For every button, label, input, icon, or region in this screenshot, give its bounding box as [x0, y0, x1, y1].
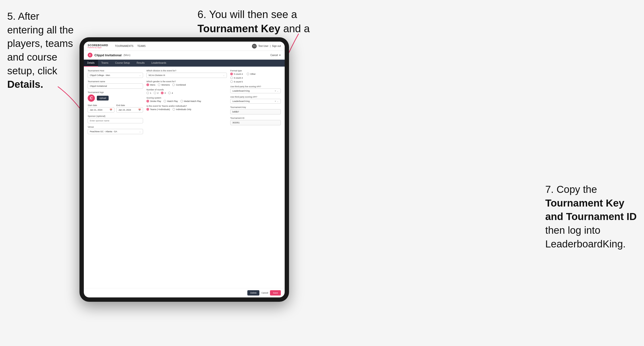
format-other[interactable]: Other: [246, 73, 256, 75]
api-scoring-label: Use third-party scoring API?: [230, 96, 281, 98]
nav-right: TU Test User | Sign out: [252, 44, 281, 49]
format-6count4[interactable]: 6 count 4: [230, 76, 243, 79]
gender-combined-label: Combined: [176, 84, 186, 86]
tab-results[interactable]: Results: [133, 60, 148, 67]
brand-sub: Powered by clippd: [88, 47, 108, 48]
tablet-screen: SCOREBOARD Powered by clippd TOURNAMENTS…: [84, 42, 285, 297]
division-arrow: ⌄: [223, 74, 225, 76]
venue-select[interactable]: Peachtree GC - Atlanta - GA ⌄: [88, 129, 143, 134]
venue-dropdown-arrow: ⌄: [139, 131, 141, 133]
format-5count4[interactable]: 5 count 4: [230, 73, 243, 75]
tournament-host-label: Tournament Host: [88, 69, 143, 72]
delete-button[interactable]: Delete: [247, 290, 260, 296]
teams-radio-group: Teams (+Individuals) Individuals Only: [146, 108, 227, 111]
scoring-match[interactable]: Match Play: [164, 100, 178, 102]
tournament-id-value: 302051: [230, 120, 281, 125]
gender-mens-label: Mens: [150, 84, 155, 86]
col-left: Tournament Host Clippd College - Men ⌄ T…: [88, 69, 143, 285]
division-label: Which division is the event for?: [146, 69, 227, 72]
tournament-name-input[interactable]: Clippd Invitational: [88, 83, 143, 89]
rounds-3-label: 3: [164, 92, 166, 94]
tournament-id-field: Tournament ID 302051: [230, 117, 281, 125]
sponsor-field: Sponsor (optional): [88, 115, 143, 123]
rounds-field: Number of rounds 1 2 3: [146, 88, 227, 94]
format-6count5-label: 6 count 5: [234, 81, 243, 83]
gender-label: Which gender is the event for?: [146, 80, 227, 83]
scoring-match-label: Match Play: [167, 100, 178, 102]
tournament-logo-label: Tournament logo: [88, 91, 143, 94]
page-header: C Clippd Invitational (Men) Cancel ✕: [84, 51, 285, 60]
division-select[interactable]: NCAA Division III ⌄: [146, 73, 227, 78]
rounds-2-dot: [154, 92, 156, 94]
rounds-4-dot: [168, 92, 171, 94]
rounds-3-dot: [161, 92, 164, 94]
format-row: 5 count 4 6 count 4 6 count 5: [230, 73, 281, 83]
teams-label: Is this event for Teams and/or Individua…: [146, 105, 227, 107]
page-icon: C: [88, 53, 92, 57]
scoring-medal[interactable]: Medal Match Play: [180, 100, 201, 102]
tournament-id-label: Tournament ID: [230, 117, 281, 119]
cancel-button[interactable]: Cancel: [261, 292, 268, 294]
date-row: Start date Jan 21, 2024 📅 End date Jan 2…: [88, 104, 143, 113]
scoring-medal-label: Medal Match Play: [184, 100, 201, 102]
sign-out-link[interactable]: Sign out: [272, 45, 281, 47]
api-scoring-clear[interactable]: ✕ ⌄: [274, 100, 279, 102]
gender-mens[interactable]: Mens: [146, 83, 155, 86]
format-5count4-label: 5 count 4: [234, 73, 243, 75]
rounds-2[interactable]: 2: [154, 92, 158, 94]
venue-label: Venue: [88, 126, 143, 128]
tab-bar: Details Teams Course Setup Results Leade…: [84, 60, 285, 67]
tab-course-setup[interactable]: Course Setup: [112, 60, 133, 67]
end-date-input[interactable]: Jan 23, 2024 📅: [116, 107, 143, 113]
tournament-key-value: b4fdb7: [230, 109, 281, 114]
start-cal-icon: 📅: [110, 109, 112, 111]
format-6count5-dot: [230, 80, 233, 83]
annotation-bottom-right: 7. Copy the Tournament Key and Tournamen…: [545, 183, 637, 251]
nav-tournaments[interactable]: TOURNAMENTS: [115, 45, 134, 47]
tab-leaderboards[interactable]: Leaderboards: [148, 60, 170, 67]
save-button[interactable]: Save: [270, 290, 281, 296]
tab-teams[interactable]: Teams: [98, 60, 112, 67]
sponsor-input[interactable]: [88, 118, 143, 123]
rounds-1-dot: [146, 92, 149, 94]
rounds-4-label: 4: [172, 92, 173, 94]
scoring-match-dot: [164, 100, 166, 102]
nav-avatar: TU: [252, 44, 257, 49]
start-date-label: Start date: [88, 104, 114, 107]
api-scoring-select[interactable]: Leaderboard King ✕ ⌄: [230, 99, 281, 104]
format-6count5[interactable]: 6 count 5: [230, 80, 243, 83]
individuals-option[interactable]: Individuals Only: [172, 108, 192, 111]
bottom-bar: Delete Cancel Save: [84, 288, 285, 297]
rounds-radio-group: 1 2 3 4: [146, 92, 227, 94]
end-date-label: End date: [116, 104, 143, 107]
teams-option[interactable]: Teams (+Individuals): [146, 108, 170, 111]
teams-option-label: Teams (+Individuals): [150, 108, 170, 111]
individuals-option-dot: [172, 108, 175, 111]
api-live-select[interactable]: Leaderboard King ✕ ⌄: [230, 88, 281, 93]
col-right: Format type 5 count 4 6 count 4: [230, 69, 281, 285]
gender-mens-dot: [146, 83, 149, 86]
rounds-label: Number of rounds: [146, 88, 227, 91]
tournament-host-select[interactable]: Clippd College - Men ⌄: [88, 73, 143, 78]
rounds-1[interactable]: 1: [146, 92, 151, 94]
upload-button[interactable]: Upload: [97, 96, 108, 101]
cancel-header-btn[interactable]: Cancel ✕: [270, 54, 281, 56]
sponsor-label: Sponsor (optional): [88, 115, 143, 117]
host-dropdown-arrow: ⌄: [139, 74, 141, 76]
api-live-clear[interactable]: ✕ ⌄: [274, 90, 279, 92]
nav-teams[interactable]: TEAMS: [137, 45, 146, 47]
api-live-label: Use third-party live scoring API?: [230, 85, 281, 88]
gender-combined[interactable]: Combined: [172, 83, 186, 86]
end-date-field: End date Jan 23, 2024 📅: [116, 104, 143, 113]
logo-area: C Upload: [88, 95, 143, 102]
format-6count4-dot: [230, 76, 233, 79]
rounds-4[interactable]: 4: [168, 92, 173, 94]
format-other-label: Other: [250, 73, 256, 75]
teams-field: Is this event for Teams and/or Individua…: [146, 105, 227, 111]
venue-field: Venue Peachtree GC - Atlanta - GA ⌄: [88, 126, 143, 134]
gender-womens[interactable]: Womens: [158, 83, 170, 86]
start-date-input[interactable]: Jan 21, 2024 📅: [88, 107, 114, 113]
rounds-3[interactable]: 3: [161, 92, 166, 94]
scoring-stroke[interactable]: Stroke Play: [146, 100, 161, 102]
tab-details[interactable]: Details: [84, 60, 98, 67]
